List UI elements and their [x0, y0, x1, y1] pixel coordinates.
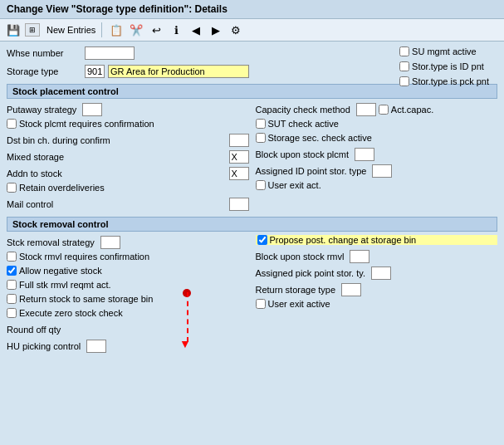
mail-control-row: Mail control — [7, 197, 249, 212]
assigned-id-row: Assigned ID point stor. type — [256, 164, 498, 178]
storage-sec-row: Storage sec. check active — [256, 133, 498, 143]
putaway-strategy-input[interactable] — [82, 103, 102, 116]
capacity-check-row: Capacity check method Act.capac. — [256, 102, 498, 117]
allow-negative-checkbox[interactable] — [7, 266, 17, 276]
propose-post-row: Propose post. change at storage bin — [256, 235, 498, 245]
stor-type-id-checkbox[interactable] — [399, 61, 409, 71]
allow-negative-row: Allow negative stock — [7, 266, 249, 276]
stor-type-id-row: Stor.type is ID pnt — [399, 61, 489, 71]
su-mgmt-checkbox[interactable] — [399, 46, 409, 56]
act-capac-checkbox[interactable] — [379, 105, 389, 115]
user-exit-checkbox[interactable] — [256, 180, 266, 190]
dst-bin-row: Dst bin ch. during confirm — [7, 133, 249, 148]
hu-picking-row: HU picking control — [7, 339, 249, 354]
su-mgmt-label: SU mgmt active — [412, 46, 477, 56]
storage-sec-checkbox[interactable] — [256, 133, 266, 143]
stor-type-pck-label: Stor.type is pck pnt — [412, 76, 489, 86]
stor-type-pck-checkbox[interactable] — [399, 76, 409, 86]
copy-icon[interactable]: 📋 — [108, 22, 125, 38]
stock-rmvl-confirm-checkbox[interactable] — [7, 252, 17, 262]
mixed-storage-input[interactable] — [229, 150, 249, 164]
storage-type-label: Storage type — [7, 66, 81, 76]
stck-removal-strategy-row: Stck removal strategy — [7, 235, 249, 250]
stor-type-id-label: Stor.type is ID pnt — [412, 61, 484, 71]
block-stock-row: Block upon stock plcmt — [256, 147, 498, 162]
prev-icon[interactable]: ◀ — [188, 22, 204, 38]
hu-picking-input[interactable] — [86, 340, 106, 353]
addn-stock-input[interactable] — [229, 167, 249, 180]
sut-check-checkbox[interactable] — [256, 119, 266, 129]
next-icon[interactable]: ▶ — [208, 22, 224, 38]
separator1 — [101, 22, 102, 37]
right-checkboxes: SU mgmt active Stor.type is ID pnt Stor.… — [399, 46, 489, 89]
delete-icon[interactable]: ✂️ — [128, 22, 144, 38]
save-icon[interactable]: 💾 — [5, 22, 22, 38]
removal-left: Stck removal strategy Stock rmvl require… — [7, 235, 249, 354]
stock-plcmt-confirm-checkbox[interactable] — [7, 119, 17, 129]
new-entries-label[interactable]: New Entries — [46, 25, 95, 35]
capacity-check-input[interactable] — [356, 103, 376, 116]
undo-icon[interactable]: ↩ — [148, 22, 164, 38]
mail-control-input[interactable] — [229, 198, 249, 211]
toolbar: 💾 ⊞ New Entries 📋 ✂️ ↩ ℹ ◀ ▶ ⚙ — [0, 19, 504, 42]
mixed-storage-row: Mixed storage — [7, 149, 249, 164]
execute-zero-row: Execute zero stock check — [7, 308, 249, 318]
block-stock-rmvl-row: Block upon stock rmvl — [256, 249, 498, 264]
stock-rmvl-confirm-row: Stock rmvl requires confirmation — [7, 252, 249, 262]
stock-removal-section: Stck removal strategy Stock rmvl require… — [7, 235, 497, 354]
retain-overdeliveries-checkbox[interactable] — [7, 183, 17, 193]
info-icon[interactable]: ℹ — [168, 22, 184, 38]
title-bar: Change View "Storage type definition": D… — [0, 0, 504, 19]
full-stk-rmvl-checkbox[interactable] — [7, 280, 17, 290]
stock-removal-header: Stock removal control — [7, 217, 497, 232]
whse-number-input[interactable] — [85, 46, 135, 60]
arrow-line — [187, 292, 188, 342]
return-stock-checkbox[interactable] — [7, 294, 17, 304]
arrow-head: ▼ — [179, 337, 191, 350]
retain-overdeliveries-row: Retain overdeliveries — [7, 183, 249, 193]
execute-zero-checkbox[interactable] — [7, 308, 17, 318]
storage-type-code-input[interactable] — [85, 65, 105, 78]
full-stk-rmvl-row: Full stk rmvl reqmt act. — [7, 280, 249, 290]
addn-stock-row: Addn to stock — [7, 166, 249, 181]
user-exit-active-row: User exit active — [256, 299, 498, 309]
assigned-id-input[interactable] — [372, 164, 392, 178]
return-stock-row: Return stock to same storage bin — [7, 294, 249, 304]
sut-check-row: SUT check active — [256, 119, 498, 129]
return-storage-row: Return storage type — [256, 282, 498, 297]
stor-type-pck-row: Stor.type is pck pnt — [399, 76, 489, 86]
new-entries-icon[interactable]: ⊞ — [25, 23, 40, 37]
placement-left: Putaway strategy Stock plcmt requires co… — [7, 102, 249, 212]
stock-plcmt-confirm-row: Stock plcmt requires confirmation — [7, 119, 249, 129]
putaway-row: Putaway strategy — [7, 102, 249, 117]
round-off-row: Round off qty — [7, 322, 249, 337]
stck-removal-strategy-input[interactable] — [100, 236, 120, 249]
storage-type-name-input[interactable] — [108, 65, 249, 78]
stock-placement-section: Putaway strategy Stock plcmt requires co… — [7, 102, 497, 212]
placement-right: Capacity check method Act.capac. SUT che… — [256, 102, 498, 212]
assigned-pick-row: Assigned pick point stor. ty. — [256, 266, 498, 281]
config-icon[interactable]: ⚙ — [228, 22, 244, 38]
block-stock-rmvl-input[interactable] — [350, 250, 369, 263]
assigned-pick-input[interactable] — [371, 267, 391, 280]
dst-bin-input[interactable] — [229, 134, 249, 147]
whse-label: Whse number — [7, 48, 81, 58]
block-stock-input[interactable] — [355, 148, 374, 161]
header-section: Whse number Storage type SU mgmt active … — [7, 46, 497, 81]
return-storage-input[interactable] — [341, 283, 361, 296]
user-exit-active-checkbox[interactable] — [256, 299, 266, 309]
propose-post-checkbox[interactable] — [257, 235, 267, 245]
user-exit-row: User exit act. — [256, 180, 498, 190]
su-mgmt-row: SU mgmt active — [399, 46, 489, 56]
removal-right: Propose post. change at storage bin Bloc… — [256, 235, 498, 354]
